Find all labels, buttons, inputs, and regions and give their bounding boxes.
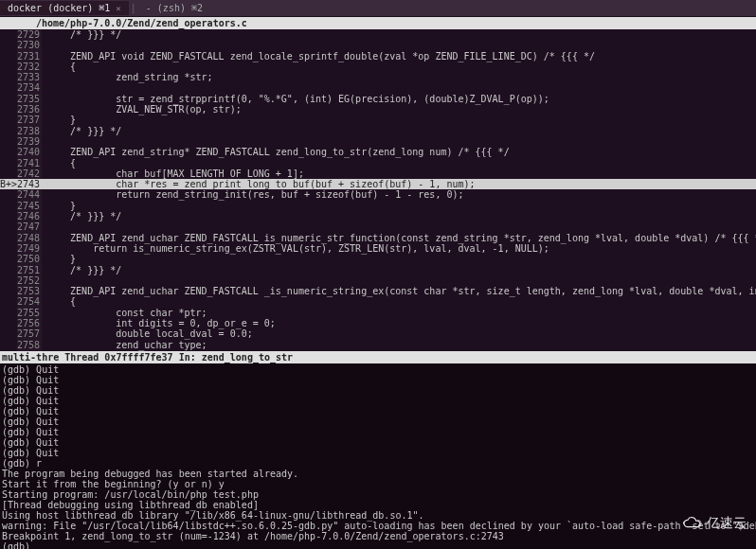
- code-text: return is_numeric_string_ex(ZSTR_VAL(str…: [42, 243, 549, 254]
- breakpoint-gutter[interactable]: [0, 265, 17, 275]
- breakpoint-gutter[interactable]: [0, 275, 17, 286]
- code-text: char buf[MAX_LENGTH_OF_LONG + 1];: [42, 168, 304, 179]
- code-text: [42, 221, 47, 232]
- close-icon[interactable]: ×: [116, 4, 120, 13]
- code-line[interactable]: 2747: [0, 221, 756, 232]
- breakpoint-gutter[interactable]: [0, 233, 17, 243]
- breakpoint-gutter[interactable]: [0, 72, 17, 82]
- gdb-line: warning: File "/usr/local/lib64/libstdc+…: [2, 521, 754, 531]
- line-number: 2753: [17, 286, 42, 296]
- code-line[interactable]: 2749 return is_numeric_string_ex(ZSTR_VA…: [0, 243, 756, 254]
- status-text: multi-thre Thread 0x7ffff7fe37 In: zend_…: [2, 352, 293, 363]
- code-text: ZVAL_NEW_STR(op, str);: [42, 104, 242, 115]
- code-line[interactable]: 2740 ZEND_API zend_string* ZEND_FASTCALL…: [0, 147, 756, 157]
- line-number: 2743: [17, 179, 42, 189]
- line-number: 2754: [17, 296, 42, 307]
- breakpoint-gutter[interactable]: [0, 94, 17, 104]
- breakpoint-gutter[interactable]: [0, 189, 17, 200]
- breakpoint-gutter[interactable]: [0, 104, 17, 115]
- gdb-line: (gdb): [2, 541, 754, 549]
- breakpoint-gutter[interactable]: [0, 115, 17, 125]
- code-line[interactable]: 2756 int digits = 0, dp_or_e = 0;: [0, 318, 756, 328]
- breakpoint-gutter[interactable]: [0, 126, 17, 136]
- code-line[interactable]: 2750 }: [0, 254, 756, 264]
- line-number: 2742: [17, 168, 42, 179]
- code-line[interactable]: 2737 }: [0, 115, 756, 125]
- code-line[interactable]: 2731 ZEND_API void ZEND_FASTCALL zend_lo…: [0, 51, 756, 62]
- code-line[interactable]: 2742 char buf[MAX_LENGTH_OF_LONG + 1];: [0, 168, 756, 179]
- breakpoint-gutter[interactable]: [0, 254, 17, 264]
- code-line[interactable]: 2758 zend_uchar type;: [0, 340, 756, 350]
- breakpoint-gutter[interactable]: [0, 318, 17, 328]
- breakpoint-gutter[interactable]: B+>: [0, 179, 17, 189]
- code-line[interactable]: 2757 double local_dval = 0.0;: [0, 328, 756, 339]
- breakpoint-gutter[interactable]: [0, 296, 17, 307]
- gdb-line: [Thread debugging using libthread_db ena…: [2, 500, 754, 510]
- breakpoint-gutter[interactable]: [0, 136, 17, 147]
- breakpoint-gutter[interactable]: [0, 221, 17, 232]
- breakpoint-gutter[interactable]: [0, 62, 17, 72]
- gdb-line: (gdb) Quit: [2, 406, 754, 416]
- code-line[interactable]: 2736 ZVAL_NEW_STR(op, str);: [0, 104, 756, 115]
- breakpoint-gutter[interactable]: [0, 308, 17, 318]
- breakpoint-gutter[interactable]: [0, 201, 17, 211]
- tab-1[interactable]: - (zsh)⌘2: [138, 1, 210, 15]
- code-line[interactable]: 2735 str = zend_strpprintf(0, "%.*G", (i…: [0, 94, 756, 104]
- breakpoint-gutter[interactable]: [0, 328, 17, 339]
- code-text: /* }}} */: [42, 265, 121, 275]
- tab-0[interactable]: docker (docker)⌘1×: [0, 1, 129, 15]
- tab-separator: |: [129, 3, 138, 13]
- code-line[interactable]: 2752: [0, 275, 756, 286]
- code-text: ZEND_API void ZEND_FASTCALL zend_locale_…: [42, 51, 595, 62]
- line-number: 2745: [17, 201, 42, 211]
- code-text: /* }}} */: [42, 211, 121, 221]
- breakpoint-gutter[interactable]: [0, 158, 17, 168]
- code-text: zend_uchar type;: [42, 340, 207, 350]
- code-line[interactable]: 2751 /* }}} */: [0, 265, 756, 275]
- breakpoint-gutter[interactable]: [0, 147, 17, 157]
- code-line[interactable]: 2745 }: [0, 201, 756, 211]
- code-text: int digits = 0, dp_or_e = 0;: [42, 318, 276, 328]
- line-number: 2736: [17, 104, 42, 115]
- breakpoint-gutter[interactable]: [0, 211, 17, 221]
- code-line[interactable]: 2732 {: [0, 62, 756, 72]
- breakpoint-gutter[interactable]: [0, 82, 17, 93]
- code-line[interactable]: 2739: [0, 136, 756, 147]
- code-text: }: [42, 115, 76, 125]
- code-line[interactable]: 2755 const char *ptr;: [0, 308, 756, 318]
- breakpoint-gutter[interactable]: [0, 29, 17, 40]
- tab-bar: docker (docker)⌘1×|- (zsh)⌘2: [0, 0, 756, 17]
- breakpoint-gutter[interactable]: [0, 286, 17, 296]
- code-editor[interactable]: 2729 /* }}} */27302731 ZEND_API void ZEN…: [0, 29, 756, 351]
- line-number: 2751: [17, 265, 42, 275]
- code-line[interactable]: 2733 zend_string *str;: [0, 72, 756, 82]
- code-line[interactable]: 2744 return zend_string_init(res, buf + …: [0, 189, 756, 200]
- code-text: ZEND_API zend_string* ZEND_FASTCALL zend…: [42, 147, 510, 157]
- breakpoint-gutter[interactable]: [0, 51, 17, 62]
- code-text: [42, 40, 47, 50]
- breakpoint-gutter[interactable]: [0, 350, 17, 351]
- code-line[interactable]: 2753 ZEND_API zend_uchar ZEND_FASTCALL _…: [0, 286, 756, 296]
- breakpoint-gutter[interactable]: [0, 40, 17, 50]
- gdb-console[interactable]: (gdb) Quit(gdb) Quit(gdb) Quit(gdb) Quit…: [0, 363, 756, 549]
- code-line[interactable]: B+>2743 char *res = zend_print_long_to_b…: [0, 179, 756, 189]
- breakpoint-gutter[interactable]: [0, 168, 17, 179]
- code-line[interactable]: 2746 /* }}} */: [0, 211, 756, 221]
- code-line[interactable]: 2730: [0, 40, 756, 50]
- code-text: zend_long tmp_lval = 0;: [42, 350, 247, 351]
- code-text: char *res = zend_print_long_to_buf(buf +…: [42, 179, 476, 189]
- code-line[interactable]: 2734: [0, 82, 756, 93]
- gdb-line: (gdb) Quit: [2, 396, 754, 406]
- code-line[interactable]: 2754 {: [0, 296, 756, 307]
- cloud-icon: [682, 517, 703, 530]
- line-number: 2744: [17, 189, 42, 200]
- breakpoint-gutter[interactable]: [0, 243, 17, 254]
- gdb-line: Starting program: /usr/local/bin/php tes…: [2, 489, 754, 500]
- code-text: {: [42, 158, 76, 168]
- code-line[interactable]: 2748 ZEND_API zend_uchar ZEND_FASTCALL i…: [0, 233, 756, 243]
- code-line[interactable]: 2741 {: [0, 158, 756, 168]
- code-line[interactable]: 2729 /* }}} */: [0, 29, 756, 40]
- code-text: return zend_string_init(res, buf + sizeo…: [42, 189, 464, 200]
- breakpoint-gutter[interactable]: [0, 340, 17, 350]
- code-line[interactable]: 2738 /* }}} */: [0, 126, 756, 136]
